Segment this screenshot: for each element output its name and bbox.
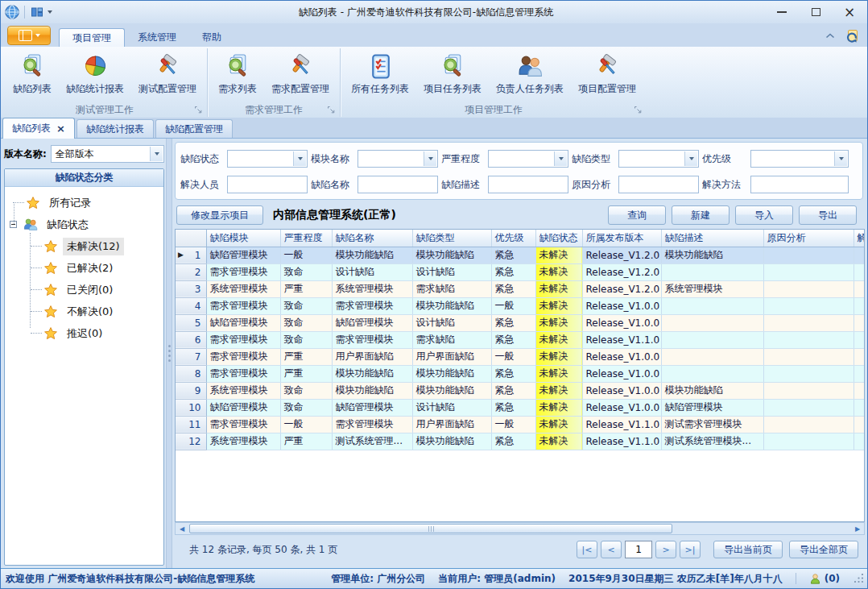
- filter-select[interactable]: [227, 150, 308, 168]
- close-button[interactable]: ×: [835, 3, 864, 21]
- close-icon[interactable]: ×: [56, 123, 65, 134]
- filter-select[interactable]: [358, 150, 438, 168]
- scroll-right-icon[interactable]: ▶: [851, 523, 864, 534]
- collapse-ribbon-icon[interactable]: [825, 33, 835, 39]
- row-number-cell[interactable]: 8: [176, 365, 206, 382]
- modify-columns-button[interactable]: 修改显示项目: [176, 205, 263, 225]
- row-number-cell[interactable]: 11: [176, 416, 206, 433]
- column-header[interactable]: 原因分析: [763, 230, 854, 247]
- column-header[interactable]: 缺陷模块: [206, 230, 280, 247]
- table-row[interactable]: 12系统管理模块严重测试系统管理...模块功能缺陷紧急未解决Release_V1…: [176, 433, 865, 450]
- dropdown-arrow-icon[interactable]: [554, 151, 567, 166]
- dropdown-arrow-icon[interactable]: [293, 151, 306, 166]
- ribbon-button[interactable]: 测试配置管理: [131, 50, 204, 97]
- filter-select[interactable]: [750, 150, 849, 168]
- dropdown-arrow-icon[interactable]: [834, 151, 847, 166]
- person-status-icon[interactable]: [809, 573, 821, 585]
- column-header[interactable]: 缺陷名称: [332, 230, 412, 247]
- filter-input[interactable]: [358, 176, 438, 193]
- table-row[interactable]: 2需求管理模块致命设计缺陷设计缺陷紧急未解决Release_V1.2.0: [176, 263, 865, 280]
- splitter-handle[interactable]: [166, 139, 172, 568]
- column-header[interactable]: 所属发布版本: [582, 230, 661, 247]
- ribbon-tab[interactable]: 系统管理: [125, 28, 189, 47]
- filter-input[interactable]: [618, 176, 699, 193]
- dropdown-arrow-icon[interactable]: [150, 147, 163, 161]
- row-number-cell[interactable]: 3: [176, 280, 206, 297]
- filter-input[interactable]: [488, 176, 568, 193]
- maximize-button[interactable]: [801, 3, 830, 21]
- app-menu-button[interactable]: [7, 26, 51, 45]
- ribbon-tab[interactable]: 帮助: [189, 28, 234, 47]
- query-button[interactable]: 查询: [608, 205, 666, 225]
- ribbon-button[interactable]: 负责人任务列表: [489, 50, 571, 97]
- tree-item[interactable]: 推迟(0): [5, 322, 163, 344]
- new-button[interactable]: 新建: [672, 205, 730, 225]
- table-row[interactable]: 9系统管理模块致命模块功能缺陷模块功能缺陷紧急未解决Release_V1.0.0…: [176, 382, 865, 399]
- row-number-cell[interactable]: 12: [176, 433, 206, 450]
- column-header[interactable]: 优先级: [491, 230, 535, 247]
- filter-input[interactable]: [227, 176, 308, 193]
- ribbon-button[interactable]: 缺陷统计报表: [59, 50, 131, 97]
- scroll-left-icon[interactable]: ◀: [176, 523, 188, 534]
- table-row[interactable]: 3系统管理模块严重系统管理模块需求缺陷紧急未解决Release_V1.2.0系统…: [176, 280, 865, 297]
- table-row[interactable]: 11需求管理模块一般需求管理模块用户界面缺陷一般未解决Release_V1.1.…: [176, 416, 865, 433]
- export-current-page-button[interactable]: 导出当前页: [713, 541, 783, 558]
- dropdown-arrow-icon[interactable]: [424, 151, 436, 166]
- row-number-cell[interactable]: 4: [176, 297, 206, 314]
- dialog-launcher-icon[interactable]: [194, 106, 203, 114]
- document-tab[interactable]: 缺陷配置管理: [155, 119, 233, 138]
- table-row[interactable]: 10缺陷管理模块致命缺陷管理模块设计缺陷紧急未解决Release_V1.0.0缺…: [176, 399, 865, 416]
- tree-item[interactable]: 已解决(2): [5, 257, 163, 279]
- column-header[interactable]: 缺陷状态: [535, 230, 582, 247]
- scrollbar-thumb[interactable]: [189, 524, 672, 533]
- dropdown-arrow-icon[interactable]: [684, 151, 697, 166]
- document-tab[interactable]: 缺陷列表×: [2, 118, 75, 139]
- column-header[interactable]: 缺陷类型: [412, 230, 491, 247]
- column-header[interactable]: 解决方法: [854, 230, 865, 247]
- table-row[interactable]: 6需求管理模块致命需求管理模块需求缺陷紧急未解决Release_V1.1.0: [176, 331, 865, 348]
- row-number-cell[interactable]: 6: [176, 331, 206, 348]
- table-row[interactable]: 4需求管理模块致命需求管理模块模块功能缺陷一般未解决Release_V1.0.0: [176, 297, 865, 314]
- quick-access-caret-icon[interactable]: [48, 10, 52, 14]
- row-number-cell[interactable]: 7: [176, 348, 206, 365]
- resize-grip[interactable]: [854, 574, 864, 583]
- document-tab[interactable]: 缺陷统计报表: [76, 119, 154, 138]
- filter-input[interactable]: [750, 176, 849, 193]
- ribbon-button[interactable]: 项目配置管理: [571, 50, 643, 97]
- table-row[interactable]: 5缺陷管理模块致命缺陷管理模块设计缺陷紧急未解决Release_V1.0.0: [176, 314, 865, 331]
- ribbon-button[interactable]: 项目任务列表: [416, 50, 489, 97]
- ribbon-button[interactable]: 需求配置管理: [264, 50, 337, 97]
- table-row[interactable]: 8需求管理模块严重模块功能缺陷模块功能缺陷紧急未解决Release_V1.0.0: [176, 365, 865, 382]
- globe-icon[interactable]: [4, 4, 20, 20]
- pager-first-button[interactable]: |<: [577, 541, 597, 558]
- filter-select[interactable]: [618, 150, 699, 168]
- import-button[interactable]: 导入: [735, 205, 793, 225]
- column-header[interactable]: 缺陷描述: [661, 230, 763, 247]
- tree-item[interactable]: 不解决(0): [5, 301, 163, 322]
- help-sync-icon[interactable]: [845, 29, 859, 44]
- version-combobox[interactable]: 全部版本: [51, 145, 164, 163]
- horizontal-scrollbar[interactable]: ◀ ▶: [175, 522, 865, 535]
- table-row[interactable]: 1▶缺陷管理模块一般模块功能缺陷模块功能缺陷紧急未解决Release_V1.2.…: [176, 247, 865, 263]
- row-number-cell[interactable]: 10: [176, 399, 206, 416]
- tree-item[interactable]: 已关闭(0): [5, 279, 163, 301]
- tree-item[interactable]: 缺陷状态: [5, 214, 163, 235]
- page-number-input[interactable]: [625, 541, 652, 558]
- pager-next-button[interactable]: >: [655, 541, 676, 558]
- minimize-button[interactable]: [767, 3, 796, 21]
- tree-item[interactable]: 所有记录: [5, 192, 163, 214]
- table-row[interactable]: 7需求管理模块严重用户界面缺陷用户界面缺陷一般未解决Release_V1.0.0: [176, 348, 865, 365]
- ribbon-button[interactable]: 所有任务列表: [344, 50, 416, 97]
- export-button[interactable]: 导出: [799, 205, 857, 225]
- row-number-cell[interactable]: 5: [176, 314, 206, 331]
- row-number-cell[interactable]: 9: [176, 382, 206, 399]
- row-number-cell[interactable]: 1▶: [176, 247, 206, 263]
- export-all-pages-button[interactable]: 导出全部页: [789, 541, 858, 558]
- ribbon-button[interactable]: 缺陷列表: [6, 50, 59, 97]
- dialog-launcher-icon[interactable]: [327, 106, 336, 114]
- filter-select[interactable]: [488, 150, 568, 168]
- tree-item[interactable]: 未解决(12): [5, 235, 163, 257]
- column-header[interactable]: 严重程度: [280, 230, 332, 247]
- pager-last-button[interactable]: >|: [680, 541, 701, 558]
- quick-access-icon[interactable]: [29, 4, 45, 20]
